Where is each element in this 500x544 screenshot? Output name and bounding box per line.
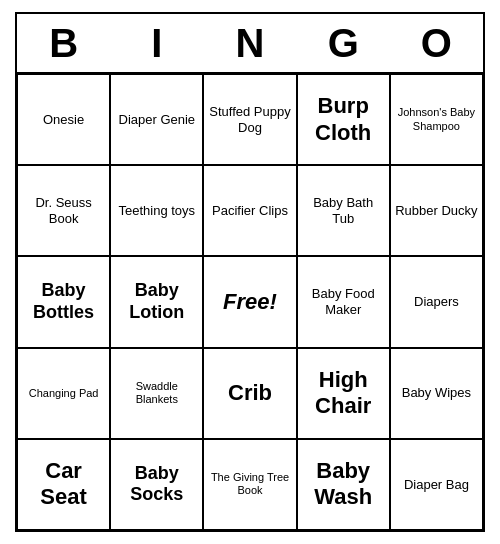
header-letter-g: G bbox=[297, 14, 390, 74]
bingo-cell-1-4: Rubber Ducky bbox=[390, 165, 483, 256]
bingo-cell-3-1: Swaddle Blankets bbox=[110, 348, 203, 439]
bingo-cell-3-2: Crib bbox=[203, 348, 296, 439]
bingo-cell-2-0: Baby Bottles bbox=[17, 256, 110, 347]
bingo-cell-1-0: Dr. Seuss Book bbox=[17, 165, 110, 256]
bingo-row-1: Dr. Seuss BookTeething toysPacifier Clip… bbox=[17, 165, 483, 256]
bingo-row-4: Car SeatBaby SocksThe Giving Tree BookBa… bbox=[17, 439, 483, 530]
header-letter-i: I bbox=[110, 14, 203, 74]
header-letter-n: N bbox=[203, 14, 296, 74]
header-letter-b: B bbox=[17, 14, 110, 74]
bingo-header: BINGO bbox=[17, 14, 483, 74]
bingo-row-0: OnesieDiaper GenieStuffed Puppy DogBurp … bbox=[17, 74, 483, 165]
bingo-cell-0-2: Stuffed Puppy Dog bbox=[203, 74, 296, 165]
bingo-cell-3-0: Changing Pad bbox=[17, 348, 110, 439]
bingo-row-3: Changing PadSwaddle BlanketsCribHigh Cha… bbox=[17, 348, 483, 439]
bingo-cell-4-1: Baby Socks bbox=[110, 439, 203, 530]
bingo-cell-0-0: Onesie bbox=[17, 74, 110, 165]
header-letter-o: O bbox=[390, 14, 483, 74]
bingo-cell-2-1: Baby Lotion bbox=[110, 256, 203, 347]
bingo-cell-2-4: Diapers bbox=[390, 256, 483, 347]
bingo-cell-4-0: Car Seat bbox=[17, 439, 110, 530]
bingo-cell-3-3: High Chair bbox=[297, 348, 390, 439]
bingo-cell-2-3: Baby Food Maker bbox=[297, 256, 390, 347]
bingo-card: BINGO OnesieDiaper GenieStuffed Puppy Do… bbox=[15, 12, 485, 532]
bingo-grid: OnesieDiaper GenieStuffed Puppy DogBurp … bbox=[17, 74, 483, 530]
bingo-row-2: Baby BottlesBaby LotionFree!Baby Food Ma… bbox=[17, 256, 483, 347]
bingo-cell-2-2: Free! bbox=[203, 256, 296, 347]
bingo-cell-4-3: Baby Wash bbox=[297, 439, 390, 530]
bingo-cell-4-2: The Giving Tree Book bbox=[203, 439, 296, 530]
bingo-cell-4-4: Diaper Bag bbox=[390, 439, 483, 530]
bingo-cell-0-4: Johnson's Baby Shampoo bbox=[390, 74, 483, 165]
bingo-cell-3-4: Baby Wipes bbox=[390, 348, 483, 439]
bingo-cell-1-2: Pacifier Clips bbox=[203, 165, 296, 256]
bingo-cell-1-1: Teething toys bbox=[110, 165, 203, 256]
bingo-cell-0-1: Diaper Genie bbox=[110, 74, 203, 165]
bingo-cell-1-3: Baby Bath Tub bbox=[297, 165, 390, 256]
bingo-cell-0-3: Burp Cloth bbox=[297, 74, 390, 165]
